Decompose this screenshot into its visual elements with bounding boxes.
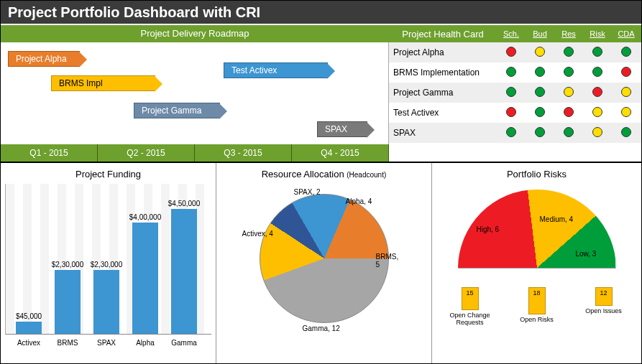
status-green-icon — [535, 67, 545, 77]
open-metric-bar: 18 — [528, 287, 546, 314]
status-yellow-icon — [592, 127, 602, 137]
status-dot — [526, 87, 554, 99]
status-red-icon — [621, 67, 631, 77]
roadmap-bar-2[interactable]: Test Activex — [224, 62, 328, 78]
status-red-icon — [592, 87, 602, 97]
status-dot — [497, 87, 526, 99]
col-cda: CDA — [612, 29, 641, 38]
health-row: Project Alpha — [389, 42, 641, 62]
status-dot — [583, 107, 612, 119]
status-dot — [497, 67, 526, 79]
col-risk: Risk — [583, 29, 612, 38]
funding-category-label: Gamma — [164, 339, 204, 347]
section-header-row: Project Delivery Roadmap Project Health … — [1, 25, 641, 42]
funding-value-label: $4,50,000 — [162, 200, 206, 207]
status-dot — [497, 47, 526, 59]
resource-panel: Resource Allocation (Headcount) Alpha, 4… — [216, 163, 432, 364]
roadmap-bar-0[interactable]: Project Alpha — [8, 51, 80, 67]
status-dot — [526, 127, 554, 139]
health-row: Project Gamma — [389, 83, 641, 103]
health-header: Project Health Card — [389, 29, 497, 39]
quarter-axis: Q1 - 2015 Q2 - 2015 Q3 - 2015 Q4 - 2015 — [1, 144, 389, 162]
status-dot — [497, 107, 526, 119]
pie-slice-label: Activex, 4 — [242, 230, 273, 238]
open-metric-bar: 15 — [462, 287, 479, 310]
status-green-icon — [564, 67, 574, 77]
funding-bar-gamma — [171, 209, 197, 334]
status-green-icon — [506, 87, 516, 97]
status-dot — [612, 47, 641, 59]
health-panel: Project AlphaBRMS ImplementationProject … — [389, 42, 641, 162]
status-dot — [583, 67, 612, 79]
open-metric-label: Open Issues — [575, 307, 633, 314]
resource-title: Resource Allocation (Headcount) — [221, 169, 427, 179]
status-green-icon — [564, 47, 574, 57]
pie-slice-label: SPAX, 2 — [294, 188, 321, 196]
roadmap-header: Project Delivery Roadmap — [1, 25, 389, 42]
funding-bar-brms — [55, 270, 81, 334]
risk-slice-label: Low, 3 — [576, 250, 597, 258]
status-green-icon — [535, 107, 545, 117]
funding-category-label: Activex — [9, 339, 49, 347]
risks-title: Portfolio Risks — [436, 169, 637, 179]
funding-category-label: SPAX — [86, 339, 127, 347]
open-metric: 18Open Risks — [508, 287, 566, 326]
q2-label: Q2 - 2015 — [98, 144, 195, 162]
status-dot — [554, 67, 583, 79]
status-dot — [583, 127, 612, 139]
pie-slice-label: BRMS, 5 — [376, 253, 399, 269]
funding-value-label: $4,00,000 — [124, 213, 167, 221]
open-metric-label: Open Change Requests — [441, 312, 499, 326]
funding-panel: Project Funding $45,000Activex$2,30,000B… — [1, 163, 216, 364]
roadmap-bar-1[interactable]: BRMS Impl — [51, 75, 155, 91]
pie-slice-label: Gamma, 12 — [303, 325, 340, 332]
project-name: Project Gamma — [389, 88, 497, 98]
funding-category-label: Alpha — [125, 339, 165, 347]
health-row: BRMS Implementation — [389, 62, 641, 83]
funding-bar-alpha — [132, 223, 158, 334]
project-name: SPAX — [389, 128, 497, 138]
status-dot — [526, 107, 554, 119]
status-green-icon — [535, 87, 545, 97]
risks-panel: Portfolio Risks High, 6Medium, 4Low, 3 1… — [432, 163, 641, 364]
roadmap-bar-3[interactable]: Project Gamma — [134, 103, 220, 118]
funding-title: Project Funding — [5, 169, 211, 179]
funding-value-label: $2,30,000 — [85, 261, 128, 269]
health-header-row: Project Health Card Sch. Bud Res Risk CD… — [389, 25, 641, 42]
page-title: Project Portfolio Dashboard with CRI — [1, 1, 641, 25]
status-green-icon — [564, 127, 574, 137]
status-dot — [583, 87, 612, 99]
status-green-icon — [506, 67, 516, 77]
resource-pie: Alpha, 4BRMS, 5Gamma, 12Activex, 4SPAX, … — [252, 187, 396, 330]
health-row: SPAX — [389, 123, 641, 143]
open-metric-label: Open Risks — [508, 316, 566, 323]
roadmap-bar-4[interactable]: SPAX — [317, 121, 367, 137]
funding-bar-activex — [16, 322, 42, 334]
status-green-icon — [592, 67, 602, 77]
status-dot — [526, 67, 554, 79]
status-green-icon — [621, 127, 631, 137]
open-metrics-row: 15Open Change Requests18Open Risks12Open… — [436, 287, 637, 326]
status-yellow-icon — [592, 107, 602, 117]
funding-value-label: $45,000 — [7, 312, 50, 320]
status-dot — [612, 127, 641, 139]
status-yellow-icon — [564, 87, 574, 97]
project-name: Project Alpha — [389, 47, 497, 57]
q1-label: Q1 - 2015 — [1, 144, 98, 162]
col-res: Res — [554, 29, 583, 38]
funding-category-label: BRMS — [47, 339, 88, 347]
status-dot — [497, 127, 526, 139]
risk-slice-label: Medium, 4 — [540, 215, 574, 223]
open-metric: 15Open Change Requests — [441, 287, 499, 326]
funding-value-label: $2,30,000 — [46, 261, 89, 269]
status-green-icon — [621, 47, 631, 57]
status-dot — [554, 127, 583, 139]
status-dot — [612, 107, 641, 119]
status-green-icon — [592, 47, 602, 57]
pie-slice-label: Alpha, 4 — [346, 197, 372, 205]
risk-slice-label: High, 6 — [477, 225, 500, 233]
health-row: Test Activex — [389, 103, 641, 123]
funding-bar-spax — [93, 270, 119, 334]
status-dot — [612, 67, 641, 79]
status-dot — [554, 107, 583, 119]
